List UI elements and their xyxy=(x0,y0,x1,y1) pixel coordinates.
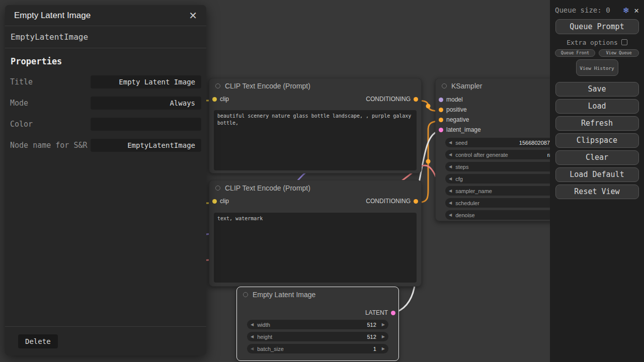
widget-width[interactable]: ◀ width 512 ▶ xyxy=(247,320,388,329)
input-slot-label: negative xyxy=(446,116,469,123)
panel-header: Empty Latent Image ✕ xyxy=(5,5,206,26)
link-dot-2[interactable] xyxy=(426,159,431,164)
collapse-dot-icon[interactable] xyxy=(215,83,220,88)
widget-batch-size[interactable]: ◀ batch_size 1 ▶ xyxy=(247,344,388,353)
panel-footer: Delete xyxy=(5,326,206,355)
queue-prompt-button[interactable]: Queue Prompt xyxy=(555,19,639,34)
color-input[interactable] xyxy=(91,118,201,131)
queue-actions-row: Queue Front View Queue xyxy=(555,49,639,57)
mode-select[interactable]: Always xyxy=(91,97,201,110)
input-slot-clip[interactable]: clip xyxy=(212,198,229,205)
queue-size-row: Queue size: 0 ❄ ✕ xyxy=(555,4,639,17)
ksampler-inputs: model positive negative latent_image xyxy=(439,95,481,135)
increment-arrow-icon[interactable]: ▶ xyxy=(378,334,388,339)
property-label: Node name for S&R xyxy=(10,140,91,150)
latent-slot-icon[interactable] xyxy=(391,311,395,315)
input-slot-label: clip xyxy=(220,198,229,205)
output-slot-latent[interactable]: LATENT xyxy=(365,309,395,316)
queue-front-button[interactable]: Queue Front xyxy=(555,49,595,57)
decrement-arrow-icon[interactable]: ◀ xyxy=(247,346,257,351)
input-slot-label: model xyxy=(446,96,463,103)
decrement-arrow-icon[interactable]: ◀ xyxy=(445,140,455,145)
output-slot-conditioning[interactable]: CONDITIONING xyxy=(366,198,418,205)
node-properties-panel: Empty Latent Image ✕ EmptyLatentImage Pr… xyxy=(5,5,206,355)
property-row-mode: Mode Always xyxy=(5,93,206,114)
node-clip-text-encode-positive[interactable]: CLIP Text Encode (Prompt) clip CONDITION… xyxy=(209,78,422,173)
conditioning-slot-icon[interactable] xyxy=(439,118,443,122)
conditioning-slot-icon[interactable] xyxy=(414,97,418,102)
node-title: CLIP Text Encode (Prompt) xyxy=(225,82,310,90)
conditioning-slot-icon[interactable] xyxy=(439,108,443,112)
title-input[interactable]: Empty Latent Image xyxy=(91,75,201,88)
slot-row: LATENT xyxy=(237,307,398,318)
input-slot-clip[interactable]: clip xyxy=(212,96,229,103)
increment-arrow-icon[interactable]: ▶ xyxy=(378,346,388,351)
decrement-arrow-icon[interactable]: ◀ xyxy=(445,152,455,157)
input-slot-positive[interactable]: positive xyxy=(439,105,481,115)
decrement-arrow-icon[interactable]: ◀ xyxy=(445,213,455,217)
load-button[interactable]: Load xyxy=(555,99,639,114)
property-row-title: Title Empty Latent Image xyxy=(5,71,206,93)
comfy-logo-icon: ❄ xyxy=(623,5,628,15)
save-button[interactable]: Save xyxy=(555,82,639,97)
property-row-node-name: Node name for S&R EmptyLatentImage xyxy=(5,135,206,156)
widget-label: denoise xyxy=(455,212,475,218)
node-title: KSampler xyxy=(451,82,482,90)
decrement-arrow-icon[interactable]: ◀ xyxy=(445,201,455,205)
clip-slot-icon[interactable] xyxy=(212,97,217,102)
decrement-arrow-icon[interactable]: ◀ xyxy=(247,334,257,339)
reset-view-button[interactable]: Reset View xyxy=(555,185,639,199)
link-dot-1[interactable] xyxy=(426,104,431,109)
increment-arrow-icon[interactable]: ▶ xyxy=(378,322,388,327)
clipspace-button[interactable]: Clipspace xyxy=(555,133,639,148)
decrement-arrow-icon[interactable]: ◀ xyxy=(247,322,257,327)
decrement-arrow-icon[interactable]: ◀ xyxy=(445,176,455,181)
slot-row: clip CONDITIONING xyxy=(209,94,421,105)
clip-slot-icon[interactable] xyxy=(212,199,217,204)
conditioning-slot-icon[interactable] xyxy=(414,199,418,204)
widget-label: control after generate xyxy=(455,152,508,158)
property-label: Mode xyxy=(10,98,91,108)
input-slot-model[interactable]: model xyxy=(439,95,481,105)
load-default-button[interactable]: Load Default xyxy=(555,167,639,182)
model-slot-icon[interactable] xyxy=(439,98,443,102)
node-clip-text-encode-negative[interactable]: CLIP Text Encode (Prompt) clip CONDITION… xyxy=(209,180,422,287)
input-slot-label: clip xyxy=(220,96,229,103)
latent-slot-icon[interactable] xyxy=(439,128,443,132)
widget-label: scheduler xyxy=(455,200,479,206)
sr-name-input[interactable]: EmptyLatentImage xyxy=(91,139,201,152)
delete-button[interactable]: Delete xyxy=(18,334,58,348)
decrement-arrow-icon[interactable]: ◀ xyxy=(445,164,455,169)
collapse-dot-icon[interactable] xyxy=(215,186,220,191)
view-queue-button[interactable]: View Queue xyxy=(599,49,639,57)
widget-value[interactable]: 512 xyxy=(367,322,378,328)
close-icon[interactable]: ✕ xyxy=(189,10,197,22)
input-slot-latent-image[interactable]: latent_image xyxy=(439,125,481,135)
widget-label: width xyxy=(257,322,270,328)
widget-height[interactable]: ◀ height 512 ▶ xyxy=(247,332,388,341)
collapse-dot-icon[interactable] xyxy=(243,292,248,297)
node-title-bar[interactable]: CLIP Text Encode (Prompt) xyxy=(209,180,421,196)
close-icon[interactable]: ✕ xyxy=(634,6,639,15)
positive-prompt-textarea[interactable]: beautiful scenery nature glass bottle la… xyxy=(214,110,417,170)
widget-value[interactable]: 512 xyxy=(367,334,378,340)
node-title-bar[interactable]: CLIP Text Encode (Prompt) xyxy=(209,78,421,94)
refresh-button[interactable]: Refresh xyxy=(555,116,639,131)
property-label: Title xyxy=(10,77,91,87)
decrement-arrow-icon[interactable]: ◀ xyxy=(445,189,455,193)
extra-options-checkbox[interactable] xyxy=(621,39,627,45)
collapse-dot-icon[interactable] xyxy=(442,83,447,88)
widget-label: cfg xyxy=(455,176,463,182)
output-slot-conditioning[interactable]: CONDITIONING xyxy=(366,96,418,103)
widget-label: height xyxy=(257,334,272,340)
input-slot-negative[interactable]: negative xyxy=(439,115,481,125)
clear-button[interactable]: Clear xyxy=(555,150,639,165)
view-history-button[interactable]: View History xyxy=(576,59,618,76)
node-empty-latent-image[interactable]: Empty Latent Image LATENT ◀ width 512 ▶ … xyxy=(236,287,399,361)
input-slot-label: latent_image xyxy=(446,126,481,133)
negative-prompt-textarea[interactable]: text, watermark xyxy=(214,213,417,283)
panel-title: Empty Latent Image xyxy=(14,11,91,21)
widget-value[interactable]: 1 xyxy=(373,346,378,352)
output-slot-label: CONDITIONING xyxy=(366,198,411,205)
node-title-bar[interactable]: Empty Latent Image xyxy=(237,287,398,302)
